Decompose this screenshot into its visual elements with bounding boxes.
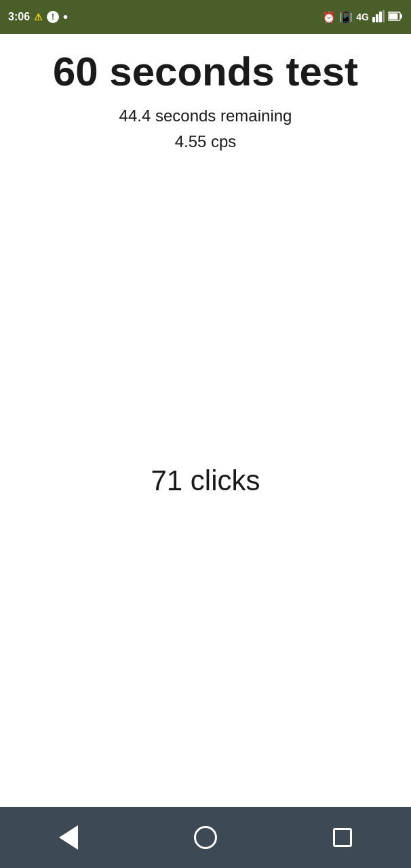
recents-button[interactable] — [322, 817, 363, 858]
svg-rect-0 — [372, 17, 375, 22]
svg-rect-2 — [379, 12, 382, 22]
svg-rect-5 — [389, 13, 398, 19]
status-bar: 3:06 ⚠ ! • ⏰ 📳 4G — [0, 0, 411, 34]
signal-bars-icon — [372, 10, 385, 24]
back-button[interactable] — [48, 817, 89, 858]
status-right: ⏰ 📳 4G — [322, 10, 403, 24]
svg-rect-3 — [383, 10, 385, 22]
clicks-count: 71 clicks — [151, 465, 260, 497]
back-arrow-icon — [59, 825, 78, 850]
time-display: 3:06 — [8, 11, 30, 23]
alarm-icon: ⏰ — [322, 11, 336, 24]
stats-display: 44.4 seconds remaining 4.55 cps — [119, 103, 292, 155]
home-button[interactable] — [185, 817, 226, 858]
svg-rect-1 — [376, 14, 378, 22]
cps-display: 4.55 cps — [119, 129, 292, 155]
battery-icon — [388, 12, 403, 23]
page-title: 60 seconds test — [53, 47, 358, 96]
home-circle-icon — [194, 826, 217, 849]
warning-icon: ⚠ — [34, 12, 43, 22]
seconds-remaining: 44.4 seconds remaining — [119, 103, 292, 129]
dot-icon: • — [63, 9, 68, 25]
navigation-bar — [0, 807, 411, 868]
recents-square-icon — [333, 828, 352, 847]
vibrate-icon: 📳 — [339, 11, 353, 24]
svg-rect-6 — [400, 14, 402, 18]
status-left: 3:06 ⚠ ! • — [8, 9, 68, 25]
main-content[interactable]: 60 seconds test 44.4 seconds remaining 4… — [0, 34, 411, 807]
click-area[interactable]: 71 clicks — [0, 155, 411, 807]
info-icon: ! — [47, 11, 59, 23]
network-type: 4G — [356, 12, 369, 22]
